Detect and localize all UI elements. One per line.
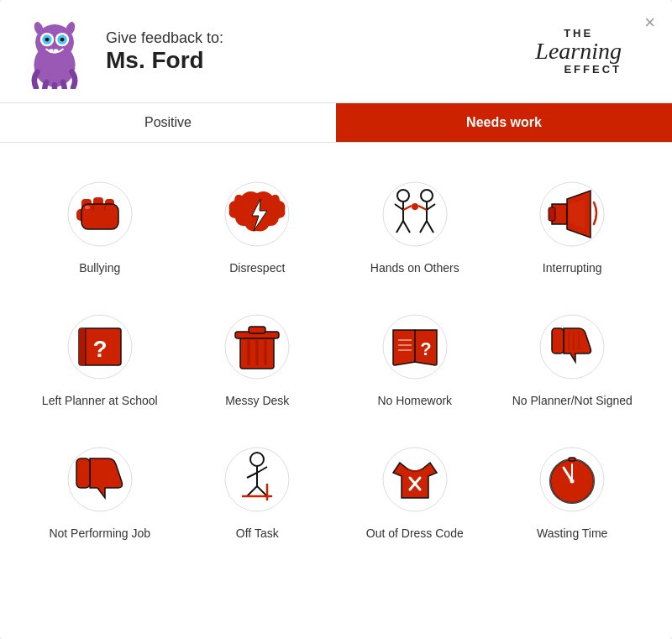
dress-code-label: Out of Dress Code	[366, 526, 464, 541]
dress-code-icon	[377, 442, 453, 517]
feedback-modal: Give feedback to: Ms. Ford THE Learning …	[0, 0, 672, 639]
not-performing-icon	[62, 442, 138, 517]
wasting-time-label: Wasting Time	[537, 526, 607, 541]
close-button[interactable]: ×	[644, 13, 655, 32]
feedback-item-no-homework[interactable]: ? No Homework	[340, 301, 490, 416]
svg-text:?: ?	[420, 338, 431, 359]
off-task-label: Off Task	[236, 526, 279, 541]
feedback-content: Bullying Disrespect	[0, 143, 672, 575]
feedback-item-off-task[interactable]: Off Task	[183, 433, 333, 549]
off-task-icon	[219, 442, 295, 517]
wasting-time-icon	[534, 442, 610, 517]
mascot-icon	[17, 13, 92, 89]
feedback-item-not-performing[interactable]: Not Performing Job	[25, 433, 175, 549]
header-text: Give feedback to: Ms. Ford	[106, 29, 535, 74]
svg-rect-65	[76, 458, 90, 488]
feedback-item-messy-desk[interactable]: Messy Desk	[183, 301, 333, 416]
svg-rect-50	[249, 327, 265, 333]
interrupting-label: Interrupting	[543, 260, 602, 275]
feedback-item-dress-code[interactable]: Out of Dress Code	[340, 433, 490, 549]
feedback-item-wasting-time[interactable]: Wasting Time	[498, 433, 648, 549]
tab-needs-work[interactable]: Needs work	[336, 103, 672, 142]
bullying-icon	[62, 176, 138, 252]
svg-rect-44	[79, 328, 86, 365]
svg-rect-17	[76, 209, 85, 221]
svg-rect-20	[85, 206, 90, 209]
svg-text:?: ?	[92, 336, 107, 362]
svg-rect-41	[549, 207, 555, 221]
no-homework-label: No Homework	[377, 393, 452, 408]
svg-rect-60	[552, 328, 564, 354]
no-planner-icon	[534, 309, 610, 385]
interrupting-icon	[534, 176, 610, 252]
no-planner-label: No Planner/Not Signed	[512, 393, 633, 408]
messy-desk-icon	[219, 309, 295, 385]
bullying-label: Bullying	[79, 260, 120, 275]
left-planner-icon: ?	[62, 309, 138, 385]
logo-effect: EFFECT	[535, 63, 622, 76]
svg-point-6	[45, 38, 50, 42]
logo: THE Learning EFFECT	[535, 27, 622, 76]
disrespect-icon	[219, 176, 295, 252]
feedback-item-hands-on-others[interactable]: Hands on Others	[340, 168, 490, 284]
feedback-item-left-planner[interactable]: ? Left Planner at School	[25, 301, 175, 416]
svg-point-36	[412, 203, 418, 210]
no-homework-icon: ?	[377, 309, 453, 385]
teacher-name: Ms. Ford	[106, 47, 535, 74]
give-feedback-label: Give feedback to:	[106, 29, 535, 47]
tab-bar: Positive Needs work	[0, 103, 672, 143]
svg-rect-9	[54, 50, 58, 53]
svg-rect-8	[49, 50, 53, 53]
tab-positive[interactable]: Positive	[0, 103, 336, 142]
svg-point-23	[383, 182, 447, 246]
svg-point-7	[60, 38, 65, 42]
hands-on-others-icon	[377, 176, 453, 252]
messy-desk-label: Messy Desk	[225, 393, 289, 408]
svg-rect-15	[93, 197, 103, 209]
feedback-item-bullying[interactable]: Bullying	[25, 168, 175, 284]
left-planner-label: Left Planner at School	[42, 393, 158, 408]
hands-on-others-label: Hands on Others	[370, 260, 459, 275]
modal-header: Give feedback to: Ms. Ford THE Learning …	[0, 0, 672, 103]
disrespect-label: Disrespect	[229, 260, 285, 275]
not-performing-label: Not Performing Job	[49, 526, 150, 541]
svg-rect-85	[569, 458, 575, 461]
feedback-item-disrespect[interactable]: Disrespect	[183, 168, 333, 284]
feedback-grid: Bullying Disrespect	[25, 168, 647, 550]
feedback-item-no-planner[interactable]: No Planner/Not Signed	[498, 301, 648, 416]
feedback-item-interrupting[interactable]: Interrupting	[498, 168, 648, 284]
logo-learning: Learning	[535, 39, 622, 63]
